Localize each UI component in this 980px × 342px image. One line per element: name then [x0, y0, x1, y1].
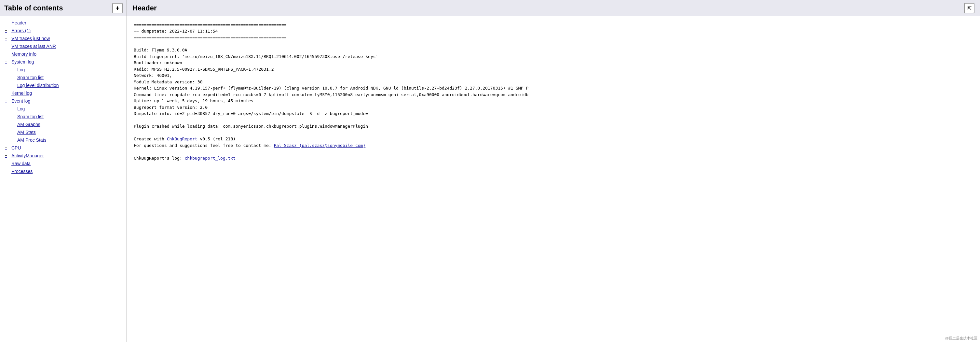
sidebar-item-event-log-log[interactable]: Log [0, 105, 127, 113]
sidebar-item-system-log-level[interactable]: Log level distribution [0, 82, 127, 89]
nav-label-memory-info: Memory info [11, 51, 37, 57]
nav-label-errors: Errors (1) [11, 28, 30, 33]
expand-icon-event-log-am-stats[interactable]: + [11, 130, 15, 134]
sidebar-item-vm-traces-last-anr[interactable]: +VM traces at last ANR [0, 42, 127, 50]
watermark: @掘土居生技术社区 [945, 336, 977, 341]
expand-icon-cpu[interactable]: + [5, 145, 10, 150]
sidebar-item-event-log-am-proc-stats[interactable]: AM Proc Stats [0, 136, 127, 144]
expand-icon-vm-traces-just-now[interactable]: + [5, 36, 10, 41]
sidebar-item-system-log-spam[interactable]: Spam top list [0, 74, 127, 82]
sidebar: Table of contents + Header+Errors (1)+VM… [0, 0, 127, 342]
sidebar-item-errors[interactable]: +Errors (1) [0, 27, 127, 35]
nav-label-kernel-log: Kernel log [11, 91, 32, 96]
expand-icon: ⇱ [967, 5, 972, 11]
nav-label-event-log-am-stats: AM Stats [17, 129, 36, 135]
nav-label-vm-traces-last-anr: VM traces at last ANR [11, 44, 56, 49]
expand-icon-activity-manager[interactable]: + [5, 153, 10, 158]
expand-icon-vm-traces-last-anr[interactable]: + [5, 44, 10, 48]
sidebar-item-memory-info[interactable]: +Memory info [0, 50, 127, 58]
sidebar-item-activity-manager[interactable]: +ActivityManager [0, 152, 127, 160]
expand-icon-event-log[interactable]: − [5, 99, 10, 103]
nav-label-system-log-level: Log level distribution [17, 83, 59, 88]
expand-icon-processes[interactable]: + [5, 169, 10, 174]
sidebar-item-header[interactable]: Header [0, 19, 127, 27]
sidebar-header: Table of contents + [0, 0, 127, 16]
expand-button[interactable]: ⇱ [964, 3, 974, 13]
sidebar-item-kernel-log[interactable]: +Kernel log [0, 89, 127, 97]
contact-link[interactable]: Pal Szasz (pal.szasz@sonymobile.com) [274, 143, 365, 148]
sidebar-item-processes[interactable]: +Processes [0, 168, 127, 175]
expand-icon-system-log[interactable]: − [5, 60, 10, 64]
content-title: Header [132, 4, 157, 12]
nav-label-system-log-spam: Spam top list [17, 75, 44, 80]
nav-label-system-log: System log [11, 59, 34, 64]
nav-label-event-log-log: Log [17, 106, 25, 111]
sidebar-item-event-log-am-graphs[interactable]: AM Graphs [0, 120, 127, 128]
sidebar-item-system-log[interactable]: −System log [0, 58, 127, 66]
nav-label-event-log-am-graphs: AM Graphs [17, 122, 40, 127]
nav-label-header: Header [11, 20, 26, 26]
nav-label-vm-traces-just-now: VM traces just now [11, 36, 50, 41]
sidebar-title: Table of contents [4, 4, 63, 12]
app-container: Table of contents + Header+Errors (1)+VM… [0, 0, 980, 342]
sidebar-item-system-log-log[interactable]: Log [0, 66, 127, 74]
nav-label-event-log: Event log [11, 98, 30, 104]
sidebar-add-button[interactable]: + [112, 3, 123, 13]
nav-label-raw-data: Raw data [11, 161, 30, 166]
expand-icon-memory-info[interactable]: + [5, 52, 10, 56]
sidebar-item-event-log-am-stats[interactable]: +AM Stats [0, 128, 127, 136]
expand-icon-kernel-log[interactable]: + [5, 91, 10, 96]
content-header: Header ⇱ [127, 0, 980, 16]
sidebar-item-raw-data[interactable]: Raw data [0, 160, 127, 168]
sidebar-item-cpu[interactable]: +CPU [0, 144, 127, 152]
nav-label-event-log-spam: Spam top list [17, 114, 44, 119]
sidebar-item-event-log[interactable]: −Event log [0, 97, 127, 105]
content-body: ========================================… [127, 16, 980, 342]
nav-label-activity-manager: ActivityManager [11, 153, 44, 158]
expand-icon-errors[interactable]: + [5, 28, 10, 33]
nav-label-processes: Processes [11, 169, 33, 174]
nav-label-cpu: CPU [11, 145, 21, 150]
nav-label-system-log-log: Log [17, 67, 25, 72]
log-link[interactable]: chkbugreport_log.txt [185, 156, 236, 161]
sidebar-nav: Header+Errors (1)+VM traces just now+VM … [0, 16, 127, 342]
sidebar-item-vm-traces-just-now[interactable]: +VM traces just now [0, 35, 127, 42]
chkbugreport-link[interactable]: ChkBugReport [167, 136, 197, 141]
nav-label-event-log-am-proc-stats: AM Proc Stats [17, 137, 46, 143]
main-content: Header ⇱ ===============================… [127, 0, 980, 342]
sidebar-item-event-log-spam[interactable]: Spam top list [0, 113, 127, 120]
